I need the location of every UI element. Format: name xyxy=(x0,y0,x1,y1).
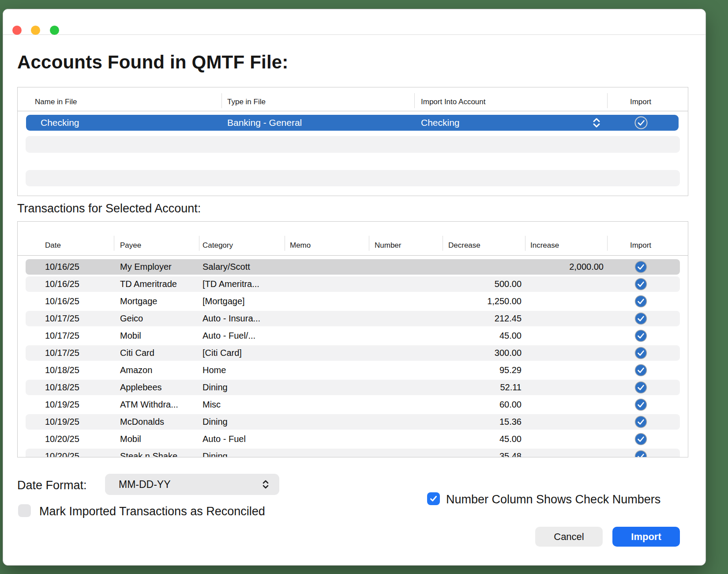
column-divider xyxy=(114,236,114,251)
mark-reconciled-label: Mark Imported Transactions as Reconciled xyxy=(39,505,265,518)
import-dialog-window: Accounts Found in QMTF File: Name in Fil… xyxy=(3,9,706,566)
zoom-window-button[interactable] xyxy=(50,26,59,35)
accounts-table-header: Name in File Type in File Import Into Ac… xyxy=(18,87,688,111)
cell-decrease: 1,250.00 xyxy=(448,294,522,309)
transaction-import-checkbox[interactable] xyxy=(634,312,647,325)
transaction-row[interactable]: 10/19/25ATM Withdra...Misc60.00 xyxy=(26,397,680,412)
cell-date: 10/17/25 xyxy=(45,345,79,361)
column-header-date: Date xyxy=(45,241,61,250)
cell-date: 10/20/25 xyxy=(45,449,79,457)
column-header-type-in-file: Type in File xyxy=(227,98,266,106)
cell-category: [Citi Card] xyxy=(203,345,242,361)
transaction-import-checkbox[interactable] xyxy=(634,433,647,446)
cell-payee: Citi Card xyxy=(120,345,154,361)
accounts-table-body: Checking Banking - General Checking xyxy=(18,111,688,196)
cell-date: 10/18/25 xyxy=(45,363,79,378)
transaction-import-checkbox[interactable] xyxy=(634,381,647,394)
close-window-button[interactable] xyxy=(12,26,22,35)
column-header-import: Import xyxy=(619,98,663,106)
column-divider xyxy=(525,236,525,251)
transaction-row[interactable]: 10/20/25Steak n ShakeDining35.48 xyxy=(26,449,680,457)
cell-date: 10/17/25 xyxy=(45,328,79,344)
column-divider xyxy=(221,93,222,108)
transaction-import-checkbox[interactable] xyxy=(634,278,647,291)
cell-category: Auto - Fuel/... xyxy=(203,328,255,344)
transaction-row[interactable]: 10/16/25My EmployerSalary/Scott2,000.00 xyxy=(26,259,680,275)
cell-category: Dining xyxy=(203,414,228,430)
cell-category: Dining xyxy=(203,380,228,395)
transaction-import-checkbox[interactable] xyxy=(634,364,647,377)
transaction-row[interactable]: 10/20/25MobilAuto - Fuel45.00 xyxy=(26,431,680,447)
cell-decrease: 45.00 xyxy=(448,431,522,447)
transaction-import-checkbox[interactable] xyxy=(634,295,647,308)
account-import-checkbox[interactable] xyxy=(634,116,647,129)
transaction-row[interactable]: 10/18/25ApplebeesDining52.11 xyxy=(26,380,680,395)
cell-category: Misc xyxy=(203,397,221,412)
chevron-up-down-icon xyxy=(262,480,270,491)
mark-reconciled-checkbox[interactable] xyxy=(18,504,31,517)
column-header-decrease: Decrease xyxy=(448,241,480,250)
number-column-checkbox[interactable] xyxy=(427,492,440,505)
account-row-selected[interactable]: Checking Banking - General Checking xyxy=(26,115,679,131)
window-titlebar xyxy=(3,9,705,35)
cancel-button[interactable]: Cancel xyxy=(535,527,603,547)
transaction-row[interactable]: 10/16/25Mortgage[Mortgage]1,250.00 xyxy=(26,294,680,309)
cell-date: 10/16/25 xyxy=(45,276,79,292)
cell-payee: TD Ameritrade xyxy=(120,276,177,292)
cell-category: Dining xyxy=(203,449,228,457)
cell-date: 10/16/25 xyxy=(45,259,79,275)
cell-payee: Applebees xyxy=(120,380,162,395)
cell-date: 10/17/25 xyxy=(45,311,79,326)
transaction-import-checkbox[interactable] xyxy=(634,347,647,359)
cell-decrease: 212.45 xyxy=(448,311,522,326)
cell-category: Auto - Fuel xyxy=(203,431,246,447)
cell-decrease: 45.00 xyxy=(448,328,522,344)
transaction-row[interactable]: 10/17/25MobilAuto - Fuel/...45.00 xyxy=(26,328,680,344)
column-header-number: Number xyxy=(375,241,401,250)
transactions-table-header: Date Payee Category Memo Number Decrease… xyxy=(18,222,688,256)
cell-category: [TD Ameritra... xyxy=(203,276,259,292)
cell-name-in-file: Checking xyxy=(41,115,79,131)
cell-type-in-file: Banking - General xyxy=(227,115,302,131)
transaction-row[interactable]: 10/19/25McDonaldsDining15.36 xyxy=(26,414,680,430)
transaction-row[interactable]: 10/17/25Citi Card[Citi Card]300.00 xyxy=(26,345,680,361)
transactions-table: Date Payee Category Memo Number Decrease… xyxy=(17,221,688,457)
cell-decrease: 35.48 xyxy=(448,449,522,457)
account-popup-stepper-icon[interactable] xyxy=(592,117,601,130)
column-divider xyxy=(369,236,369,251)
column-divider xyxy=(607,93,608,108)
date-format-label: Date Format: xyxy=(17,479,87,492)
transaction-import-checkbox[interactable] xyxy=(634,329,647,342)
transaction-import-checkbox[interactable] xyxy=(634,261,647,273)
transaction-row[interactable]: 10/16/25TD Ameritrade[TD Ameritra...500.… xyxy=(26,276,680,292)
empty-account-row xyxy=(26,170,680,186)
empty-account-row xyxy=(26,136,680,153)
import-button[interactable]: Import xyxy=(612,527,680,547)
transaction-import-checkbox[interactable] xyxy=(634,450,647,457)
minimize-window-button[interactable] xyxy=(31,26,40,35)
transaction-import-checkbox[interactable] xyxy=(634,415,647,428)
cell-payee: Steak n Shake xyxy=(120,449,177,457)
cell-payee: ATM Withdra... xyxy=(120,397,178,412)
cell-decrease: 15.36 xyxy=(448,414,522,430)
cell-date: 10/19/25 xyxy=(45,414,79,430)
column-header-import-into: Import Into Account xyxy=(421,98,485,106)
date-format-dropdown[interactable]: MM-DD-YY xyxy=(105,474,279,495)
transaction-row[interactable]: 10/18/25AmazonHome95.29 xyxy=(26,363,680,378)
cell-category: Salary/Scott xyxy=(203,259,250,275)
column-header-increase: Increase xyxy=(530,241,559,250)
cell-import-into-account: Checking xyxy=(421,115,460,131)
column-header-payee: Payee xyxy=(120,241,141,250)
cell-decrease: 52.11 xyxy=(448,380,522,395)
cell-date: 10/19/25 xyxy=(45,397,79,412)
cell-date: 10/18/25 xyxy=(45,380,79,395)
cell-payee: Mobil xyxy=(120,431,141,447)
cell-payee: Amazon xyxy=(120,363,152,378)
transaction-row[interactable]: 10/17/25GeicoAuto - Insura...212.45 xyxy=(26,311,680,326)
date-format-value: MM-DD-YY xyxy=(119,474,171,495)
page-title: Accounts Found in QMTF File: xyxy=(17,52,289,73)
cell-payee: Geico xyxy=(120,311,143,326)
transaction-import-checkbox[interactable] xyxy=(634,398,647,411)
cell-payee: Mobil xyxy=(120,328,141,344)
column-header-category: Category xyxy=(203,241,233,250)
